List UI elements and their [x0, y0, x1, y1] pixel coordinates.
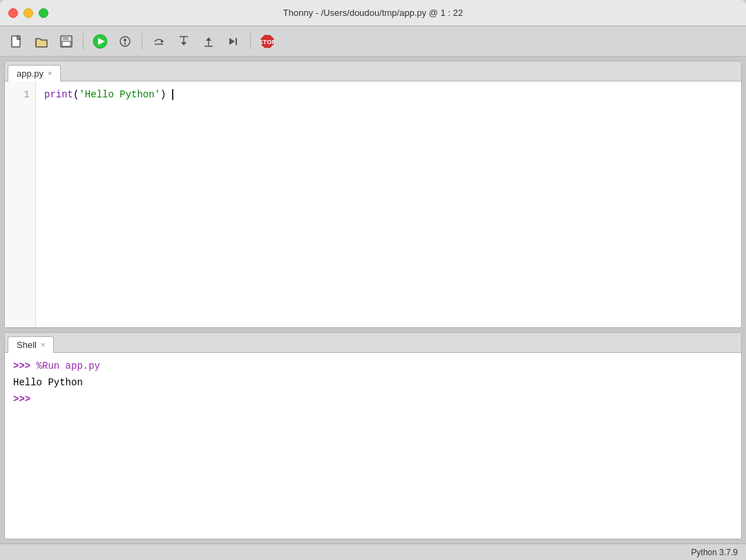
svg-marker-9: [161, 39, 164, 44]
main-area: app.py × 1 print('Hello Python') Shell ×…: [0, 57, 746, 543]
shell-line-1: >>> %Run app.py: [13, 358, 733, 375]
shell-tab-label: Shell: [17, 340, 37, 350]
toolbar: STOP: [0, 26, 746, 57]
shell-prompt-1: >>>: [13, 360, 37, 371]
shell-tab-close[interactable]: ×: [41, 341, 45, 349]
step-into-button[interactable]: [173, 30, 195, 52]
shell-panel: Shell × >>> %Run app.py Hello Python >>>: [4, 332, 742, 539]
shell-prompt-2: >>>: [13, 394, 30, 405]
editor-tab-label: app.py: [17, 68, 44, 79]
editor-tab-close[interactable]: ×: [48, 70, 52, 77]
run-button[interactable]: [89, 30, 111, 52]
editor-tab-apppy[interactable]: app.py ×: [8, 65, 61, 81]
resume-button[interactable]: [222, 30, 245, 52]
line-number-1: 1: [13, 87, 30, 102]
step-out-button[interactable]: [198, 30, 220, 52]
svg-rect-2: [63, 36, 68, 40]
svg-marker-15: [206, 37, 211, 41]
shell-command-1: %Run app.py: [37, 360, 100, 371]
traffic-lights: [8, 8, 48, 18]
shell-content[interactable]: >>> %Run app.py Hello Python >>>: [5, 353, 741, 539]
debug-button[interactable]: [114, 30, 136, 52]
shell-line-2: Hello Python: [13, 375, 733, 392]
open-file-button[interactable]: [30, 30, 52, 52]
toolbar-separator-1: [83, 33, 84, 50]
close-button[interactable]: [8, 8, 18, 18]
svg-marker-12: [181, 42, 186, 46]
cursor: [166, 89, 173, 100]
shell-output-1: Hello Python: [13, 377, 83, 388]
editor-panel: app.py × 1 print('Hello Python'): [4, 61, 742, 328]
toolbar-separator-3: [250, 33, 251, 50]
toolbar-separator-2: [142, 33, 142, 50]
new-file-button[interactable]: [6, 30, 28, 52]
svg-text:STOP: STOP: [260, 39, 275, 46]
shell-tab-bar: Shell ×: [5, 333, 741, 353]
status-bar: Python 3.7.9: [0, 543, 746, 560]
stop-button[interactable]: STOP: [256, 30, 278, 52]
shell-tab[interactable]: Shell ×: [8, 336, 54, 353]
code-keyword-print: print: [44, 89, 73, 100]
save-file-button[interactable]: [55, 30, 77, 52]
step-over-button[interactable]: [148, 30, 170, 52]
code-content[interactable]: print('Hello Python'): [36, 81, 741, 327]
svg-rect-3: [62, 41, 70, 46]
minimize-button[interactable]: [23, 8, 33, 18]
maximize-button[interactable]: [39, 8, 48, 18]
code-editor[interactable]: 1 print('Hello Python'): [5, 81, 741, 327]
title-bar: Thonny - /Users/doudou/tmp/app.py @ 1 : …: [0, 0, 746, 26]
shell-line-3: >>>: [13, 392, 733, 408]
code-string: 'Hello Python': [79, 89, 160, 100]
svg-marker-17: [229, 38, 235, 45]
line-numbers: 1: [5, 81, 36, 327]
svg-point-7: [124, 39, 126, 41]
window-title: Thonny - /Users/doudou/tmp/app.py @ 1 : …: [283, 8, 463, 18]
editor-tab-bar: app.py ×: [5, 61, 741, 81]
python-version: Python 3.7.9: [691, 548, 738, 557]
